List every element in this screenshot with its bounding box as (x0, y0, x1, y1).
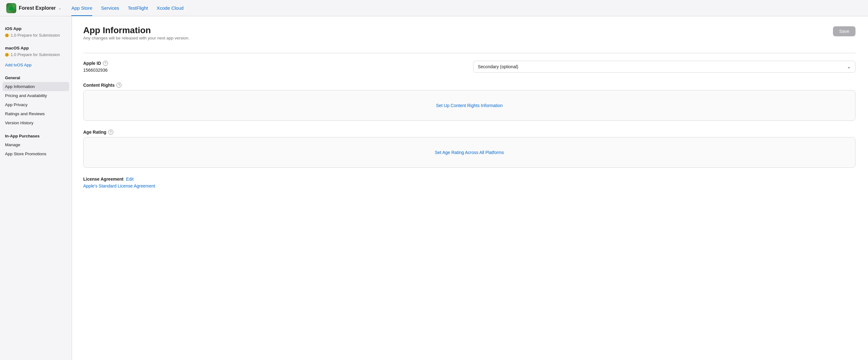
secondary-dropdown-chevron: ⌄ (847, 64, 851, 69)
ios-status-icon: ⚠ (5, 33, 9, 37)
age-rating-setup-link[interactable]: Set Age Rating Across All Platforms (435, 150, 504, 155)
sidebar-item-app-store-promotions[interactable]: App Store Promotions (0, 149, 72, 158)
content-rights-label: Content Rights (83, 83, 115, 88)
app-title-text: Forest Explorer (19, 5, 56, 11)
age-rating-box: Set Age Rating Across All Platforms (83, 137, 856, 168)
content-rights-label-row: Content Rights ? (83, 83, 856, 88)
page-title: App Information (83, 25, 189, 36)
apple-id-label-row: Apple ID ? (83, 61, 466, 66)
age-rating-help-icon[interactable]: ? (108, 129, 113, 134)
main-content: App Information Any changes will be rele… (72, 16, 868, 360)
license-agreement-section: License Agreement Edit Apple's Standard … (83, 177, 856, 188)
content-rights-setup-link[interactable]: Set Up Content Rights Information (436, 103, 502, 108)
apple-id-value: 1566032936 (83, 68, 466, 72)
header: 🌲 Forest Explorer ⌄ App Store Services T… (0, 0, 868, 16)
save-button[interactable]: Save (833, 26, 856, 36)
tab-testflight[interactable]: TestFlight (128, 0, 148, 16)
sidebar-item-version-history[interactable]: Version History (0, 118, 72, 127)
content-rights-help-icon[interactable]: ? (116, 83, 121, 88)
tab-app-store[interactable]: App Store (71, 0, 92, 16)
secondary-dropdown-section: Secondary (optional) ⌄ (473, 61, 856, 72)
ios-app-sub-label: 1.0 Prepare for Submission (11, 33, 60, 37)
sidebar-item-app-privacy[interactable]: App Privacy (0, 100, 72, 109)
macos-app-sub-label: 1.0 Prepare for Submission (11, 52, 60, 57)
apple-id-row: Apple ID ? 1566032936 Secondary (optiona… (83, 61, 856, 83)
add-tvos-link[interactable]: Add tvOS App (0, 61, 72, 69)
ios-app-status[interactable]: ⚠ 1.0 Prepare for Submission (0, 32, 72, 39)
content-rights-box: Set Up Content Rights Information (83, 90, 856, 121)
page-subtitle: Any changes will be released with your n… (83, 36, 189, 40)
age-rating-label-row: Age Rating ? (83, 129, 856, 134)
content-rights-section: Content Rights ? Set Up Content Rights I… (83, 83, 856, 121)
macos-app-status[interactable]: ⚠ 1.0 Prepare for Submission (0, 51, 72, 58)
license-agreement-label: License Agreement (83, 177, 124, 182)
macos-status-icon: ⚠ (5, 53, 9, 57)
sidebar-item-manage[interactable]: Manage (0, 140, 72, 149)
nav-tabs: App Store Services TestFlight Xcode Clou… (71, 0, 183, 16)
sidebar-item-app-information[interactable]: App Information (2, 82, 69, 91)
chevron-down-icon: ⌄ (58, 6, 61, 10)
app-icon: 🌲 (6, 3, 16, 13)
app-title-area[interactable]: 🌲 Forest Explorer ⌄ (6, 3, 61, 13)
tab-services[interactable]: Services (101, 0, 119, 16)
sidebar: iOS App ⚠ 1.0 Prepare for Submission mac… (0, 16, 72, 360)
age-rating-section: Age Rating ? Set Age Rating Across All P… (83, 129, 856, 168)
license-label-row: License Agreement Edit (83, 177, 856, 182)
page-title-area: App Information Any changes will be rele… (83, 25, 189, 48)
license-value-link[interactable]: Apple's Standard License Agreement (83, 183, 155, 188)
sidebar-item-pricing-availability[interactable]: Pricing and Availability (0, 91, 72, 100)
apple-id-section: Apple ID ? 1566032936 (83, 61, 466, 74)
macos-app-label: macOS App (0, 42, 72, 51)
secondary-dropdown-label: Secondary (optional) (478, 64, 518, 69)
age-rating-label: Age Rating (83, 129, 106, 134)
tab-xcode-cloud[interactable]: Xcode Cloud (157, 0, 184, 16)
section-divider (83, 53, 856, 53)
ios-app-label: iOS App (0, 23, 72, 32)
apple-id-label: Apple ID (83, 61, 101, 66)
general-section-label: General (0, 72, 72, 82)
layout: iOS App ⚠ 1.0 Prepare for Submission mac… (0, 16, 868, 360)
page-header: App Information Any changes will be rele… (83, 25, 856, 48)
apple-id-help-icon[interactable]: ? (103, 61, 108, 66)
secondary-dropdown[interactable]: Secondary (optional) ⌄ (473, 61, 856, 72)
in-app-section-label: In-App Purchases (0, 130, 72, 140)
sidebar-item-ratings-reviews[interactable]: Ratings and Reviews (0, 109, 72, 118)
license-edit-link[interactable]: Edit (126, 177, 134, 182)
